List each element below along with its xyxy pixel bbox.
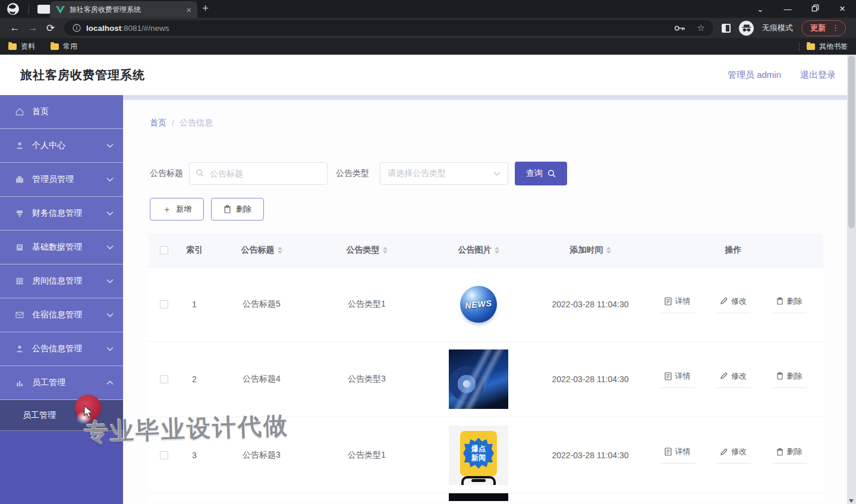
row-delete-button[interactable]: 删除 — [772, 371, 807, 388]
cell-type: 公告类型3 — [314, 374, 420, 385]
sort-icon[interactable] — [606, 247, 611, 254]
row-delete-button[interactable]: 删除 — [772, 446, 807, 464]
row-checkbox[interactable] — [160, 375, 168, 383]
address-bar[interactable]: localhost:8081/#/news ☆ — [64, 20, 713, 36]
news-burst-badge: 爆点 新闻 — [463, 438, 494, 469]
detail-button[interactable]: 详情 — [660, 371, 695, 388]
browser-update-button[interactable]: 更新 ⋮ — [801, 20, 846, 36]
trash-icon — [224, 205, 231, 213]
announcement-image-news-globe[interactable]: NEWS — [460, 286, 497, 323]
forward-button[interactable]: → — [24, 22, 42, 34]
bookmark-folder-changyong[interactable]: 常用 — [51, 42, 77, 52]
announcement-image-partial[interactable] — [449, 493, 508, 501]
app-header: 旅社客房收费管理系统 管理员 admin 退出登录 — [0, 55, 856, 95]
row-checkbox[interactable] — [160, 451, 168, 459]
cell-index: 1 — [180, 300, 209, 309]
announcement-type-select[interactable]: 请选择公告类型 — [380, 162, 508, 185]
detail-button[interactable]: 详情 — [660, 446, 695, 464]
chevron-down-icon — [106, 177, 114, 182]
browser-tab[interactable]: 旅社客房收费管理系统 × — [50, 1, 197, 18]
bookmark-label: 常用 — [63, 42, 77, 52]
sort-icon[interactable] — [383, 247, 388, 254]
divider — [799, 42, 800, 51]
pen-icon — [720, 372, 728, 380]
site-info-icon[interactable] — [73, 24, 81, 32]
sidebar-item-home[interactable]: 首页 — [0, 95, 123, 129]
delete-button[interactable]: 删除 — [211, 198, 264, 220]
tab-search-icon[interactable]: ⌄ — [747, 5, 774, 14]
pinned-tab-icon[interactable] — [37, 5, 51, 14]
detail-button[interactable]: 详情 — [660, 296, 695, 313]
row-checkbox[interactable] — [160, 300, 168, 308]
close-window-button[interactable]: × — [829, 3, 856, 15]
announcement-title-input[interactable] — [189, 162, 328, 185]
sidebar-item-admin-management[interactable]: 管理员管理 — [0, 163, 123, 197]
sidebar-item-finance-management[interactable]: 财务信息管理 — [0, 197, 123, 231]
edit-button[interactable]: 修改 — [716, 371, 751, 388]
scrollbar-down-arrow[interactable] — [849, 499, 854, 503]
sidebar-item-announcement-management[interactable]: 公告信息管理 — [0, 332, 123, 366]
back-button[interactable]: ← — [6, 22, 24, 34]
document-icon — [665, 448, 672, 456]
menu-kebab-icon[interactable]: ⋮ — [832, 23, 839, 32]
document-icon — [665, 297, 672, 305]
col-time[interactable]: 添加时间 — [570, 245, 603, 256]
database-icon — [14, 242, 24, 253]
reload-button[interactable]: ⟳ — [42, 22, 59, 34]
globe-icon[interactable] — [6, 2, 20, 16]
cell-type: 公告类型1 — [314, 299, 420, 310]
breadcrumb: 首页 / 公告信息 — [150, 118, 856, 128]
sort-icon[interactable] — [495, 247, 499, 254]
screen: 旅社客房收费管理系统 × + ⌄ — × ← → ⟳ localhost:808… — [0, 0, 856, 504]
password-key-icon[interactable] — [674, 25, 685, 32]
select-placeholder: 请选择公告类型 — [388, 168, 493, 179]
search-icon — [547, 169, 556, 178]
bookmark-star-icon[interactable]: ☆ — [697, 23, 705, 33]
url-host: localhost — [86, 24, 121, 33]
sort-icon[interactable] — [278, 247, 282, 254]
page-scrollbar[interactable] — [847, 55, 856, 504]
col-type[interactable]: 公告类型 — [347, 245, 380, 256]
edit-button[interactable]: 修改 — [716, 296, 751, 313]
cell-time: 2022-03-28 11:04:30 — [537, 451, 643, 460]
bookmark-folder-ziliao[interactable]: 资料 — [8, 42, 35, 52]
trash-icon — [776, 448, 783, 456]
browser-toolbar: ← → ⟳ localhost:8081/#/news ☆ — [0, 18, 856, 38]
edit-button[interactable]: 修改 — [716, 446, 751, 464]
cell-time: 2022-03-28 11:04:30 — [537, 374, 643, 384]
col-image[interactable]: 公告图片 — [458, 245, 492, 256]
select-all-checkbox[interactable] — [160, 246, 168, 254]
sidebar-item-lodging-management[interactable]: 住宿信息管理 — [0, 298, 123, 332]
delete-button-label: 删除 — [236, 204, 251, 215]
announcement-image-phone-news[interactable]: 爆点 新闻 — [449, 426, 508, 485]
cell-title: 公告标题5 — [209, 299, 314, 310]
detail-label: 详情 — [675, 446, 691, 457]
scrollbar-thumb[interactable] — [848, 56, 855, 228]
tab-close-icon[interactable]: × — [186, 5, 191, 14]
sidebar-item-base-data-management[interactable]: 基础数据管理 — [0, 231, 123, 264]
sidebar-item-personal-center[interactable]: 个人中心 — [0, 129, 123, 163]
new-tab-button[interactable]: + — [202, 2, 209, 15]
edit-label: 修改 — [731, 296, 747, 307]
sidebar-item-label: 首页 — [32, 106, 114, 117]
side-panel-icon[interactable] — [722, 24, 731, 33]
add-button-label: 新增 — [176, 204, 191, 215]
sidebar-item-room-management[interactable]: 房间信息管理 — [0, 264, 123, 298]
cell-title: 公告标题4 — [209, 374, 314, 385]
sidebar-item-staff-management[interactable]: 员工管理 — [0, 366, 123, 400]
col-title[interactable]: 公告标题 — [241, 245, 275, 256]
add-button[interactable]: ＋ 新增 — [150, 198, 204, 220]
breadcrumb-home[interactable]: 首页 — [150, 118, 166, 128]
logout-link[interactable]: 退出登录 — [800, 70, 836, 81]
other-bookmarks[interactable]: 其他书签 — [807, 42, 848, 52]
restore-button[interactable] — [801, 4, 829, 14]
sidebar-item-label: 住宿信息管理 — [32, 310, 99, 320]
minimize-button[interactable]: — — [774, 5, 801, 14]
chevron-down-icon — [106, 279, 114, 284]
query-button[interactable]: 查询 — [515, 162, 567, 185]
current-user: 管理员 admin — [728, 70, 781, 81]
row-delete-button[interactable]: 删除 — [772, 296, 807, 313]
announcement-image-blue-news[interactable] — [449, 349, 508, 409]
cell-index: 3 — [180, 451, 209, 460]
chevron-down-icon — [493, 171, 501, 176]
